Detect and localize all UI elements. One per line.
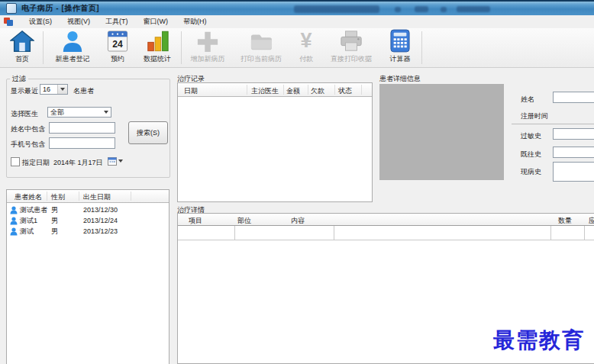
patient-photo-placeholder [379, 84, 504, 180]
chevron-down-icon [57, 85, 67, 94]
records-header: 日期 主治医生 金额 欠款 状态 [178, 83, 372, 97]
plus-icon [195, 28, 220, 53]
date-checkbox-label: 指定日期 [22, 158, 50, 168]
yen-icon: ¥ [300, 28, 312, 53]
column-header-birth: 出生日期 [83, 192, 111, 202]
patient-icon [10, 206, 18, 214]
filter-title: 过滤 [10, 74, 28, 84]
past-history-label: 既往史 [521, 150, 541, 159]
column-header-status: 状态 [338, 86, 352, 96]
patient-birth: 2013/12/30 [83, 206, 118, 214]
patient-row[interactable]: 测试患者 男 2013/12/30 [7, 205, 169, 215]
calculator-button[interactable]: 计算器 [380, 28, 420, 67]
treatment-empty-row[interactable] [178, 226, 594, 240]
column-header-receivable: 应 [589, 216, 594, 226]
new-patient-button[interactable]: 新患者登记 [45, 28, 100, 67]
treatment-header: 项目 部位 内容 数量 应 [178, 214, 594, 226]
patient-row[interactable]: 测试1 男 2013/12/24 [7, 215, 169, 226]
printer-icon [339, 28, 363, 53]
recent-count-suffix-label: 名患者 [73, 86, 94, 96]
print-receipt-button[interactable]: 直接打印收据 [322, 28, 380, 67]
statistics-button[interactable]: 数据统计 [135, 28, 179, 67]
date-checkbox[interactable] [11, 157, 20, 166]
calendar-day-number: 24 [112, 39, 123, 50]
date-picker-calendar-icon [108, 156, 117, 166]
search-button[interactable]: 搜索(S) [128, 121, 168, 144]
date-picker-button[interactable] [108, 156, 123, 166]
toolbar-separator [421, 31, 422, 64]
allergy-label: 过敏史 [521, 131, 541, 141]
watermark-text: 最需教育 [493, 326, 585, 355]
chevron-down-icon [102, 108, 111, 117]
patient-details-title: 患者详细信息 [379, 74, 421, 84]
column-header-debt: 欠款 [311, 86, 324, 96]
recent-count-select[interactable]: 16 [40, 84, 68, 95]
patient-list: 患者姓名 性别 出生日期 测试患者 男 2013/12/30 测试1 男 201… [6, 189, 169, 364]
title-bar: 电子病历 - [操作首页] [0, 0, 594, 15]
patient-name: 测试1 [20, 216, 37, 226]
present-illness-input[interactable] [553, 162, 594, 182]
patient-icon [10, 227, 18, 236]
patient-name: 测试 [20, 227, 34, 237]
column-header-content: 内容 [291, 216, 305, 226]
past-history-input[interactable] [553, 147, 594, 158]
doctor-select[interactable]: 全部 [47, 107, 111, 118]
patient-name-input[interactable] [553, 92, 594, 103]
app-logo-icon [4, 17, 14, 27]
patient-gender: 男 [51, 227, 58, 237]
print-record-button[interactable]: 打印当前病历 [232, 28, 290, 67]
menu-settings[interactable]: 设置(S) [21, 15, 60, 28]
recent-count-prefix-label: 显示最近 [11, 86, 38, 96]
menu-bar: 设置(S) 视图(V) 工具(T) 窗口(W) 帮助(H) [0, 15, 594, 28]
date-value[interactable]: 2014年 1月17日 [53, 158, 103, 168]
menu-tools[interactable]: 工具(T) [98, 15, 136, 28]
patient-icon [10, 217, 18, 225]
home-button[interactable]: 首页 [3, 28, 41, 67]
patient-name: 测试患者 [20, 205, 47, 215]
column-header-name: 患者姓名 [15, 192, 42, 202]
titlebar-smudge [457, 6, 490, 12]
column-header-quantity: 数量 [558, 216, 572, 226]
column-header-doctor: 主治医生 [251, 86, 279, 96]
name-label: 姓名 [521, 95, 534, 105]
column-header-location: 部位 [237, 216, 251, 226]
name-contains-input[interactable] [49, 122, 115, 134]
patient-gender: 男 [51, 205, 58, 215]
app-window-icon [6, 3, 17, 14]
calculator-icon [390, 28, 410, 53]
folder-icon [249, 28, 273, 53]
titlebar-smudge [294, 5, 379, 13]
toolbar-separator [43, 31, 44, 64]
column-header-item: 项目 [189, 216, 202, 226]
patient-gender: 男 [51, 216, 58, 226]
titlebar-smudge [395, 7, 401, 12]
payment-button[interactable]: ¥ 付款 [290, 28, 322, 67]
menu-help[interactable]: 帮助(H) [176, 15, 215, 28]
toolbar-separator [181, 31, 182, 64]
column-header-date: 日期 [184, 86, 198, 96]
chevron-down-icon [118, 159, 123, 163]
home-icon [10, 28, 34, 53]
window-title: 电子病历 - [操作首页] [21, 3, 99, 14]
treatment-records-table: 日期 主治医生 金额 欠款 状态 [177, 82, 373, 202]
patient-list-header: 患者姓名 性别 出生日期 [7, 190, 169, 203]
menu-window[interactable]: 窗口(W) [136, 15, 176, 28]
phone-contains-label: 手机号包含 [11, 140, 45, 150]
toolbar: 首页 新患者登记 24 预约 [0, 28, 594, 68]
calendar-icon: 24 [107, 28, 128, 53]
column-header-gender: 性别 [51, 192, 65, 202]
appointment-button[interactable]: 24 预约 [100, 28, 135, 67]
patient-birth: 2013/12/23 [83, 227, 118, 235]
new-patient-icon [61, 28, 84, 53]
register-time-label: 注册时间 [521, 111, 548, 121]
phone-contains-input[interactable] [49, 137, 115, 149]
add-record-button[interactable]: 增加新病历 [183, 28, 232, 67]
patient-birth: 2013/12/24 [83, 217, 118, 224]
menu-view[interactable]: 视图(V) [60, 15, 98, 28]
patient-row[interactable]: 测试 男 2013/12/23 [7, 226, 169, 237]
doctor-label: 选择医生 [11, 109, 38, 119]
column-header-amount: 金额 [286, 86, 300, 96]
recent-count-value: 16 [43, 85, 50, 93]
present-illness-label: 现病史 [521, 167, 541, 177]
allergy-input[interactable] [553, 128, 594, 140]
